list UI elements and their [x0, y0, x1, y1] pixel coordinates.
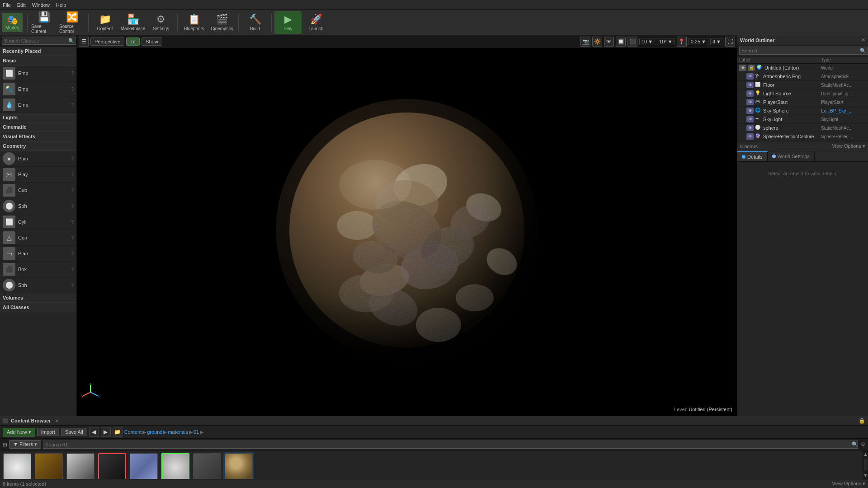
- menu-file[interactable]: File: [3, 2, 11, 8]
- visibility-icon-1[interactable]: 👁: [746, 73, 754, 80]
- visibility-icon-0[interactable]: 👁: [739, 65, 746, 71]
- geometry-item-2[interactable]: 🎮 Play ?: [0, 167, 76, 183]
- outliner-item-4[interactable]: 👁 🎮 PlayerStart PlayerStart: [737, 98, 868, 107]
- geometry-item-6[interactable]: △ Con ?: [0, 230, 76, 246]
- scale-display[interactable]: 0.25 ▼: [689, 38, 708, 45]
- geometry-item-9[interactable]: ⚪ Sph ?: [0, 277, 76, 293]
- launch-button[interactable]: 🚀 Launch: [302, 11, 330, 34]
- content-browser-search[interactable]: [43, 441, 858, 449]
- outliner-item-8[interactable]: 👁 🔮 SphereReflectionCapture SphereReflec…: [737, 132, 868, 141]
- visibility-icon-4[interactable]: 👁: [746, 99, 754, 105]
- settings-button[interactable]: ⚙ Settings: [147, 11, 175, 34]
- menu-window[interactable]: Window: [32, 2, 50, 8]
- modes-button[interactable]: 🎭 Modes: [2, 13, 23, 32]
- viewport-icon-2[interactable]: 🔆: [592, 37, 602, 47]
- visibility-icon-2[interactable]: 👁: [746, 82, 754, 88]
- search-classes-input[interactable]: [2, 37, 75, 45]
- basic-item-1[interactable]: ⬜ Emp ?: [0, 66, 76, 81]
- outliner-search-input[interactable]: [739, 47, 868, 55]
- content-button[interactable]: 📁 Content: [91, 11, 118, 34]
- outliner-close-icon[interactable]: ✕: [861, 37, 865, 43]
- category-basic[interactable]: Basic: [0, 56, 76, 66]
- item-type-5[interactable]: Edit BP_Sky_...: [821, 108, 866, 113]
- outliner-item-2[interactable]: 👁 ⬜ Floor StaticMeshAc...: [737, 81, 868, 89]
- details-tab[interactable]: Details: [737, 151, 768, 161]
- play-button[interactable]: ▶ Play: [274, 11, 302, 34]
- category-recently-placed[interactable]: Recently Placed: [0, 47, 76, 56]
- category-lights[interactable]: Lights: [0, 113, 76, 122]
- basic-item-3[interactable]: 💧 Emp ?: [0, 97, 76, 113]
- blueprints-button[interactable]: 📋 Blueprints: [180, 11, 208, 34]
- category-geometry[interactable]: Geometry: [0, 141, 76, 151]
- world-settings-tab[interactable]: World Settings: [768, 151, 815, 161]
- filters-button[interactable]: ▼ Filters ▾: [9, 440, 41, 449]
- cb-back-button[interactable]: ◀: [89, 427, 99, 437]
- category-volumes[interactable]: Volumes: [0, 293, 76, 303]
- cb-path-ground[interactable]: ground: [147, 429, 162, 435]
- geometry-item-8[interactable]: ⬛ Box ?: [0, 262, 76, 277]
- viewport[interactable]: ☰ Perspective Lit Show 📷 🔆 👁 🔲 ⬛ 10 ▼ 10…: [77, 35, 737, 416]
- marketplace-button[interactable]: 🏪 Marketplace: [119, 11, 146, 34]
- outliner-item-1[interactable]: 👁 🌫 Atmospheric Fog AtmosphericF...: [737, 72, 868, 81]
- angle-display[interactable]: 10° ▼: [657, 38, 675, 45]
- outliner-item-7[interactable]: 👁 ⚪ sphera StaticMeshAc...: [737, 124, 868, 132]
- cb-lock-icon[interactable]: 🔒: [859, 418, 865, 424]
- geometry-item-7[interactable]: ▭ Plan ?: [0, 246, 76, 262]
- import-button[interactable]: Import: [37, 428, 59, 436]
- category-visual-effects[interactable]: Visual Effects: [0, 132, 76, 141]
- outliner-item-3[interactable]: 👁 💡 Light Source DirectionalLig...: [737, 89, 868, 98]
- asset-item-material_inst[interactable]: material_Inst: [223, 452, 254, 479]
- geometry-item-5[interactable]: ⬜ Cyli ?: [0, 214, 76, 230]
- visibility-icon-3[interactable]: 👁: [746, 90, 754, 97]
- cb-scroll-down[interactable]: ▼: [862, 472, 868, 479]
- viewport-icon-5[interactable]: ⬛: [627, 37, 637, 47]
- visibility-icon-5[interactable]: 👁: [746, 108, 754, 114]
- build-button[interactable]: 🔨 Build: [241, 11, 269, 34]
- viewport-icon-7[interactable]: ⛶: [725, 37, 735, 47]
- outliner-item-6[interactable]: 👁 ☀ SkyLight SkyLight: [737, 115, 868, 124]
- outliner-item-0[interactable]: 👁 🔓 🌍 Untitled (Editor) World: [737, 64, 868, 72]
- add-new-button[interactable]: Add New ▾: [3, 428, 35, 436]
- save-all-button[interactable]: Save All: [61, 428, 87, 436]
- save-current-button[interactable]: 💾 Save Current: [30, 11, 57, 34]
- lock-icon-0[interactable]: 🔓: [748, 65, 755, 71]
- asset-item-metallic[interactable]: 01_metallic: [97, 452, 127, 479]
- asset-item-normal[interactable]: 01_normal: [128, 452, 159, 479]
- asset-item-roughness[interactable]: 01_roughness: [160, 452, 191, 479]
- outliner-item-5[interactable]: 👁 🌐 Sky Sphere Edit BP_Sky_...: [737, 107, 868, 115]
- viewport-icon-6[interactable]: 📍: [677, 37, 687, 47]
- cb-path-materials[interactable]: materials: [168, 429, 188, 435]
- geometry-item-3[interactable]: ⬛ Cub ?: [0, 183, 76, 198]
- viewport-icon-4[interactable]: 🔲: [616, 37, 626, 47]
- geometry-item-4[interactable]: ⚪ Sph ?: [0, 198, 76, 214]
- outliner-view-options[interactable]: View Options ▾: [832, 143, 865, 149]
- cb-path-01[interactable]: 01: [193, 429, 199, 435]
- cb-view-options[interactable]: View Options ▾: [832, 481, 865, 487]
- menu-edit[interactable]: Edit: [17, 2, 26, 8]
- cinematics-button[interactable]: 🎬 Cinematics: [208, 11, 236, 34]
- show-button[interactable]: Show: [142, 38, 162, 46]
- viewport-icon-3[interactable]: 👁: [604, 37, 614, 47]
- viewport-icon-1[interactable]: 📷: [580, 37, 590, 47]
- asset-item-height[interactable]: 01_height: [65, 452, 96, 479]
- asset-item-material[interactable]: material: [192, 452, 222, 479]
- basic-item-2[interactable]: 🔦 Emp ?: [0, 81, 76, 97]
- category-all-classes[interactable]: All Classes: [0, 303, 76, 312]
- visibility-icon-7[interactable]: 👁: [746, 125, 754, 131]
- num4-display[interactable]: 4 ▼: [710, 38, 723, 45]
- asset-item-ambient_occlusion[interactable]: 01_ambient Occlusion: [2, 452, 33, 479]
- perspective-button[interactable]: Perspective: [90, 38, 124, 46]
- category-cinematic[interactable]: Cinematic: [0, 122, 76, 132]
- asset-item-basecolor[interactable]: 01_basecolor: [33, 452, 64, 479]
- geometry-item-1[interactable]: ● Poin ?: [0, 151, 76, 167]
- visibility-icon-6[interactable]: 👁: [746, 116, 754, 122]
- visibility-icon-8[interactable]: 👁: [746, 133, 754, 140]
- cb-settings-icon[interactable]: ⚙: [861, 441, 865, 447]
- source-control-button[interactable]: 🔀 Source Control: [58, 11, 85, 34]
- lit-button[interactable]: Lit: [126, 38, 140, 46]
- grid-size-display[interactable]: 10 ▼: [639, 38, 655, 45]
- cb-scroll-up[interactable]: ▲: [862, 450, 868, 458]
- cb-forward-button[interactable]: ▶: [101, 427, 111, 437]
- menu-help[interactable]: Help: [56, 2, 66, 8]
- viewport-menu-icon[interactable]: ☰: [79, 37, 89, 47]
